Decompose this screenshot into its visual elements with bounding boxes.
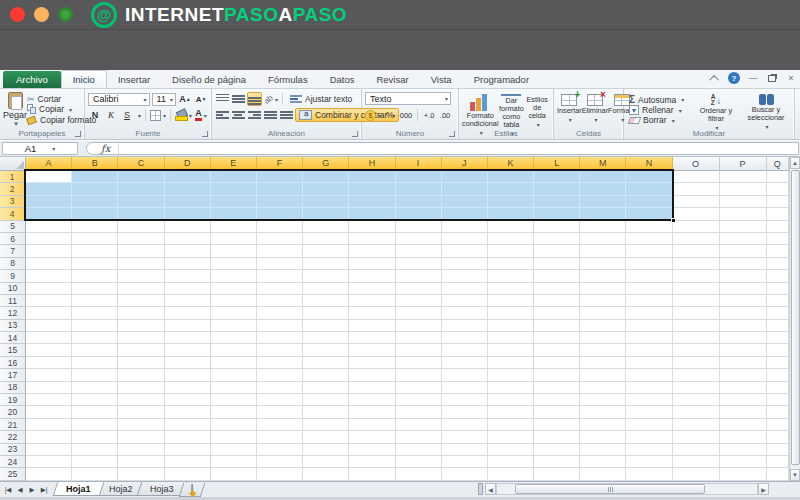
grid-cell-E20[interactable] [211, 406, 257, 418]
grid-cell-G11[interactable] [303, 295, 349, 307]
grid-cell-D8[interactable] [165, 258, 211, 270]
grid-cell-L22[interactable] [534, 431, 580, 443]
grid-cell-K12[interactable] [488, 307, 534, 319]
row-header-18[interactable]: 18 [0, 382, 26, 394]
grid-cell-E16[interactable] [211, 357, 257, 369]
grid-cell-H15[interactable] [349, 344, 395, 356]
grid-cell-H8[interactable] [349, 258, 395, 270]
grid-cell-J9[interactable] [442, 270, 488, 282]
grid-cell-B3[interactable] [72, 196, 118, 208]
grid-cell-B7[interactable] [72, 245, 118, 257]
grid-cell-O6[interactable] [673, 233, 720, 245]
grid-cell-A5[interactable] [26, 221, 72, 233]
grid-cell-L12[interactable] [534, 307, 580, 319]
ribbon-tab-programador[interactable]: Programador [463, 71, 540, 88]
grid-cell-O15[interactable] [673, 344, 720, 356]
grid-cell-K15[interactable] [488, 344, 534, 356]
grid-cell-A12[interactable] [26, 307, 72, 319]
grid-cell-M16[interactable] [580, 357, 626, 369]
grid-cell-C25[interactable] [118, 468, 164, 480]
grid-cell-B1[interactable] [72, 171, 118, 183]
grid-cell-P9[interactable] [720, 270, 767, 282]
grid-cell-I12[interactable] [396, 307, 442, 319]
increase-font-icon[interactable]: A▲ [178, 92, 192, 106]
grid-cell-G3[interactable] [303, 196, 349, 208]
grid-cell-M15[interactable] [580, 344, 626, 356]
grid-cell-A19[interactable] [26, 394, 72, 406]
row-header-10[interactable]: 10 [0, 283, 26, 295]
column-header-J[interactable]: J [442, 157, 488, 171]
grid-cell-P20[interactable] [720, 406, 767, 418]
grid-cell-K19[interactable] [488, 394, 534, 406]
grid-cell-H5[interactable] [349, 221, 395, 233]
grid-cell-E3[interactable] [211, 196, 257, 208]
grid-cell-H21[interactable] [349, 419, 395, 431]
grid-cell-F8[interactable] [257, 258, 303, 270]
grid-cell-N7[interactable] [626, 245, 672, 257]
grid-cell-D6[interactable] [165, 233, 211, 245]
align-center-button[interactable] [231, 108, 245, 122]
horizontal-scroll-thumb[interactable] [515, 484, 705, 494]
grid-cell-K10[interactable] [488, 283, 534, 295]
grid-cell-I2[interactable] [396, 183, 442, 195]
grid-cell-D4[interactable] [165, 208, 211, 220]
grid-cell-F12[interactable] [257, 307, 303, 319]
grid-cell-I24[interactable] [396, 456, 442, 468]
grid-cell-O9[interactable] [673, 270, 720, 282]
grid-cell-H25[interactable] [349, 468, 395, 480]
grid-cell-B21[interactable] [72, 419, 118, 431]
grid-cell-D11[interactable] [165, 295, 211, 307]
grid-cell-L7[interactable] [534, 245, 580, 257]
grid-cell-M7[interactable] [580, 245, 626, 257]
paste-dropdown-icon[interactable]: ▼ [13, 121, 19, 127]
increase-indent-button[interactable] [279, 108, 293, 122]
grid-cell-M3[interactable] [580, 196, 626, 208]
grid-cell-E4[interactable] [211, 208, 257, 220]
grid-cell-N21[interactable] [626, 419, 672, 431]
grid-cell-M4[interactable] [580, 208, 626, 220]
grid-cell-G19[interactable] [303, 394, 349, 406]
grid-cell-B14[interactable] [72, 332, 118, 344]
grid-cell-O5[interactable] [673, 221, 720, 233]
grid-cell-I10[interactable] [396, 283, 442, 295]
grid-cell-J11[interactable] [442, 295, 488, 307]
grid-cell-P16[interactable] [720, 357, 767, 369]
grid-cell-H3[interactable] [349, 196, 395, 208]
sort-filter-button[interactable]: AZ↓ Ordenar y filtrar▾ [691, 92, 741, 127]
grid-cell-Q23[interactable] [767, 444, 789, 456]
column-header-E[interactable]: E [211, 157, 257, 171]
grid-cell-F23[interactable] [257, 444, 303, 456]
grid-cell-E25[interactable] [211, 468, 257, 480]
grid-cell-M19[interactable] [580, 394, 626, 406]
grid-cell-A14[interactable] [26, 332, 72, 344]
grid-cell-A10[interactable] [26, 283, 72, 295]
grid-cell-E13[interactable] [211, 320, 257, 332]
font-name-select[interactable]: Calibri▾ [88, 93, 150, 106]
grid-cell-L13[interactable] [534, 320, 580, 332]
column-header-O[interactable]: O [673, 157, 720, 171]
help-icon[interactable]: ? [728, 72, 740, 84]
grid-cell-K5[interactable] [488, 221, 534, 233]
grid-cell-D23[interactable] [165, 444, 211, 456]
column-header-F[interactable]: F [257, 157, 303, 171]
ribbon-tab-f-rmulas[interactable]: Fórmulas [257, 71, 319, 88]
row-header-7[interactable]: 7 [0, 245, 26, 257]
grid-cell-P6[interactable] [720, 233, 767, 245]
grid-cell-P18[interactable] [720, 382, 767, 394]
grid-cell-E19[interactable] [211, 394, 257, 406]
grid-cell-A23[interactable] [26, 444, 72, 456]
grid-cell-I16[interactable] [396, 357, 442, 369]
scroll-down-icon[interactable]: ▼ [790, 469, 800, 481]
grid-cell-C1[interactable] [118, 171, 164, 183]
grid-cell-F24[interactable] [257, 456, 303, 468]
grid-cell-N9[interactable] [626, 270, 672, 282]
row-header-9[interactable]: 9 [0, 270, 26, 282]
grid-cell-G8[interactable] [303, 258, 349, 270]
grid-cell-Q13[interactable] [767, 320, 789, 332]
decrease-font-icon[interactable]: A▼ [194, 92, 208, 106]
next-sheet-icon[interactable]: ▶ [27, 486, 37, 494]
grid-cell-P15[interactable] [720, 344, 767, 356]
column-header-C[interactable]: C [118, 157, 164, 171]
grid-cell-G9[interactable] [303, 270, 349, 282]
grid-cell-D12[interactable] [165, 307, 211, 319]
